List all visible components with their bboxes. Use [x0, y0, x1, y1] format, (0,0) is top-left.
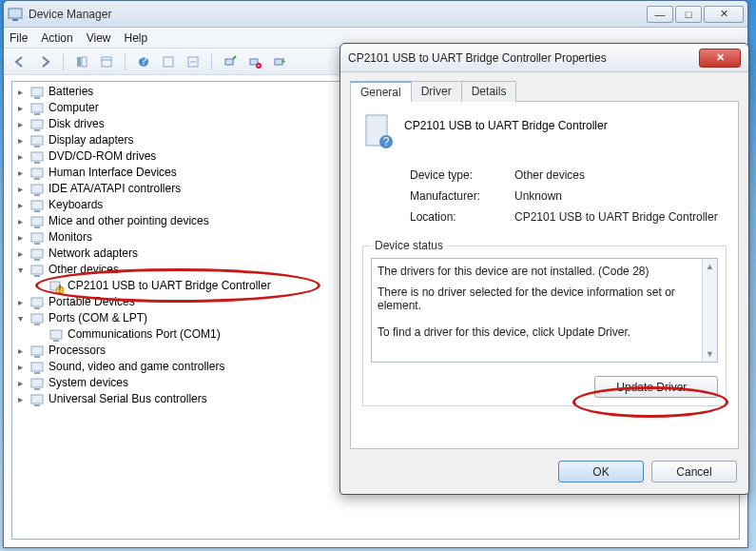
tree-label: Portable Devices	[48, 294, 135, 310]
tree-label: Other devices	[48, 262, 119, 278]
properties-button[interactable]	[96, 51, 117, 72]
category-icon	[29, 133, 45, 148]
expander-icon[interactable]: ▸	[14, 148, 26, 165]
category-icon	[29, 360, 45, 375]
menu-file[interactable]: File	[10, 31, 28, 45]
cancel-button[interactable]: Cancel	[651, 461, 737, 482]
svg-rect-24	[31, 152, 43, 161]
expander-icon[interactable]: ▸	[14, 213, 26, 229]
svg-rect-48	[53, 340, 59, 342]
label-location: Location:	[410, 210, 514, 224]
expander-icon[interactable]: ▸	[14, 391, 26, 407]
toolbar-icon-2[interactable]	[183, 51, 204, 72]
svg-rect-20	[31, 120, 43, 128]
tab-driver[interactable]: Driver	[411, 81, 462, 102]
svg-rect-22	[31, 136, 43, 145]
category-icon	[29, 117, 45, 132]
ok-button[interactable]: OK	[558, 461, 644, 482]
update-driver-dialog-button[interactable]: Update Driver...	[594, 376, 718, 398]
svg-rect-38	[31, 266, 43, 274]
category-icon	[29, 182, 45, 197]
back-button[interactable]	[10, 51, 30, 72]
tree-label: DVD/CD-ROM drives	[48, 148, 156, 165]
tree-label: Monitors	[48, 229, 92, 246]
tree-label: Communications Port (COM1)	[68, 326, 221, 343]
tree-label: Sound, video and game controllers	[48, 359, 224, 375]
status-scrollbar[interactable]: ▲ ▼	[702, 259, 717, 362]
category-icon	[29, 85, 45, 100]
svg-rect-56	[34, 404, 40, 406]
forward-button[interactable]	[34, 51, 55, 72]
expander-icon[interactable]: ▾	[14, 262, 26, 278]
category-icon	[29, 149, 45, 165]
app-icon	[8, 7, 23, 22]
expander-icon[interactable]: ▸	[14, 294, 26, 310]
titlebar[interactable]: Device Manager — □ ✕	[4, 1, 747, 28]
maximize-button[interactable]: □	[675, 6, 702, 23]
svg-rect-0	[9, 9, 22, 18]
expander-icon[interactable]: ▸	[14, 229, 26, 246]
tree-label: Mice and other pointing devices	[48, 213, 209, 229]
expander-icon[interactable]: ▸	[14, 375, 26, 391]
category-icon	[29, 101, 45, 116]
svg-rect-1	[12, 19, 18, 21]
scroll-down-icon[interactable]: ▼	[703, 346, 717, 362]
svg-rect-52	[34, 372, 40, 374]
svg-rect-53	[31, 379, 43, 387]
menu-help[interactable]: Help	[125, 31, 148, 45]
expander-icon[interactable]: ▸	[14, 343, 26, 359]
show-hide-button[interactable]	[71, 51, 92, 72]
expander-icon[interactable]: ▸	[14, 246, 26, 262]
scroll-up-icon[interactable]: ▲	[703, 259, 717, 274]
svg-rect-34	[31, 233, 43, 242]
help-button[interactable]: ?	[133, 51, 154, 72]
category-icon	[29, 198, 45, 213]
uninstall-button[interactable]	[244, 51, 265, 72]
tree-label: Network adapters	[48, 246, 138, 262]
expander-icon[interactable]: ▸	[14, 132, 26, 148]
svg-rect-47	[50, 330, 62, 339]
svg-rect-26	[31, 168, 43, 177]
tab-details[interactable]: Details	[461, 81, 517, 102]
dialog-close-button[interactable]: ✕	[699, 49, 741, 68]
svg-rect-36	[31, 249, 43, 258]
value-manufacturer: Unknown	[514, 189, 727, 203]
tree-label: System devices	[48, 375, 128, 391]
dialog-titlebar[interactable]: CP2101 USB to UART Bridge Controller Pro…	[340, 44, 748, 72]
svg-rect-3	[82, 57, 87, 67]
device-status-text[interactable]: The drivers for this device are not inst…	[371, 258, 718, 363]
expander-icon[interactable]: ▸	[14, 116, 26, 132]
tree-label: Keyboards	[48, 197, 103, 213]
tab-general[interactable]: General	[350, 81, 412, 102]
category-icon	[29, 344, 45, 359]
minimize-button[interactable]: —	[647, 6, 673, 23]
svg-text:?: ?	[383, 135, 390, 148]
window-title: Device Manager	[29, 8, 647, 21]
category-icon	[29, 246, 45, 262]
svg-rect-50	[34, 356, 40, 358]
expander-icon[interactable]: ▸	[14, 359, 26, 375]
expander-icon[interactable]: ▸	[14, 165, 26, 181]
scan-hardware-button[interactable]	[220, 51, 241, 72]
tree-label: Ports (COM & LPT)	[48, 310, 147, 326]
menu-action[interactable]: Action	[41, 31, 72, 45]
expander-icon[interactable]: ▸	[14, 100, 26, 116]
svg-rect-21	[34, 129, 40, 131]
dialog-title: CP2101 USB to UART Bridge Controller Pro…	[348, 51, 699, 65]
expander-icon[interactable]: ▸	[14, 84, 26, 100]
expander-icon[interactable]: ▾	[14, 310, 26, 326]
label-device-type: Device type:	[410, 168, 514, 182]
toolbar-icon-1[interactable]	[158, 51, 179, 72]
svg-rect-2	[77, 57, 81, 67]
category-icon	[29, 263, 45, 278]
expander-icon[interactable]: ▸	[14, 181, 26, 197]
update-driver-button[interactable]	[269, 51, 290, 72]
expander-icon[interactable]: ▸	[14, 197, 26, 213]
svg-rect-30	[31, 201, 43, 209]
menu-view[interactable]: View	[87, 31, 111, 45]
device-status-group: Device status The drivers for this devic…	[362, 239, 727, 406]
svg-rect-27	[34, 178, 40, 180]
device-icon	[48, 327, 64, 343]
close-button[interactable]: ✕	[704, 6, 744, 23]
status-line-3: To find a driver for this device, click …	[378, 325, 711, 339]
